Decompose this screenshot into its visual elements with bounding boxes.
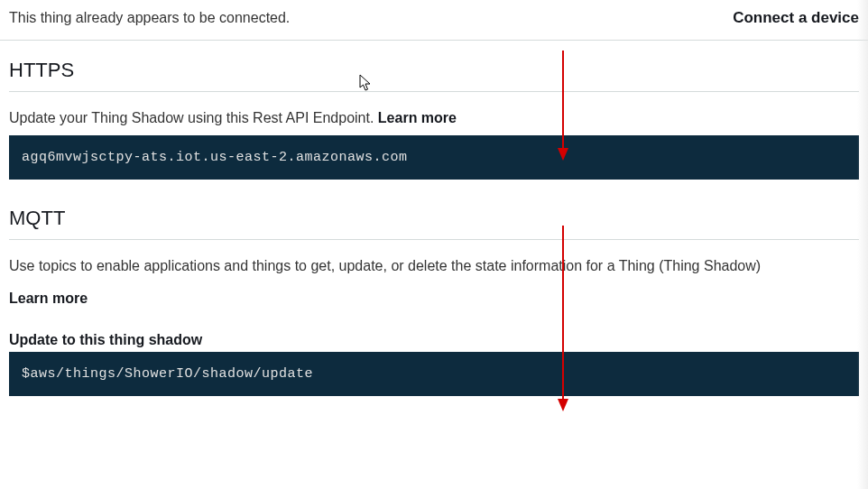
mqtt-update-topic-code[interactable]: $aws/things/ShowerIO/shadow/update [9, 352, 859, 396]
connect-device-link[interactable]: Connect a device [733, 9, 859, 27]
https-description: Update your Thing Shadow using this Rest… [9, 110, 859, 126]
mqtt-section: MQTT Use topics to enable applications a… [0, 207, 868, 396]
mqtt-learn-more-link[interactable]: Learn more [9, 291, 88, 307]
https-section: HTTPS Update your Thing Shadow using thi… [0, 59, 868, 180]
mqtt-description: Use topics to enable applications and th… [9, 258, 859, 274]
update-shadow-label: Update to this thing shadow [9, 332, 859, 348]
connection-status-text: This thing already appears to be connect… [9, 10, 290, 26]
https-heading: HTTPS [9, 59, 859, 92]
https-endpoint-code[interactable]: agq6mvwjsctpy-ats.iot.us-east-2.amazonaw… [9, 135, 859, 180]
svg-marker-3 [558, 399, 568, 411]
top-row: This thing already appears to be connect… [0, 0, 868, 41]
https-learn-more-link[interactable]: Learn more [378, 110, 457, 125]
https-description-text: Update your Thing Shadow using this Rest… [9, 110, 378, 125]
mqtt-heading: MQTT [9, 207, 859, 240]
